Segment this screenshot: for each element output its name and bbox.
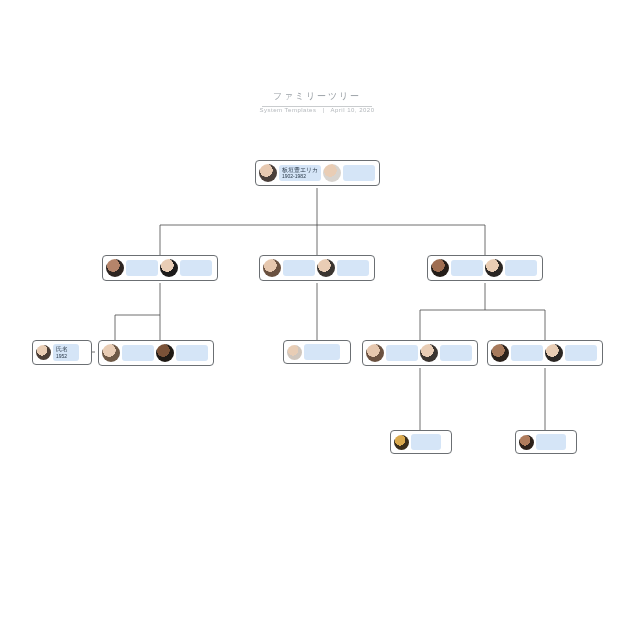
avatar bbox=[287, 345, 302, 360]
avatar bbox=[491, 344, 509, 362]
header: ファミリーツリー System Templates | April 10, 20… bbox=[0, 90, 634, 113]
person-label bbox=[411, 434, 441, 450]
person-label bbox=[176, 345, 208, 361]
person-label bbox=[511, 345, 543, 361]
node-gen3-a-child[interactable] bbox=[98, 340, 214, 366]
node-gen1[interactable]: 板垣豊エリカ 1902-1982 bbox=[255, 160, 380, 186]
person-label bbox=[451, 260, 483, 276]
subtitle-right: April 10, 2020 bbox=[330, 107, 374, 113]
person bbox=[420, 344, 472, 362]
person-label bbox=[565, 345, 597, 361]
person: 板垣豊エリカ 1902-1982 bbox=[259, 164, 321, 182]
avatar bbox=[263, 259, 281, 277]
person-label bbox=[440, 345, 472, 361]
node-gen3-c-child2[interactable] bbox=[487, 340, 603, 366]
person-years: 1902-1982 bbox=[282, 173, 318, 179]
person bbox=[519, 434, 566, 450]
person bbox=[102, 344, 154, 362]
person-label bbox=[283, 260, 315, 276]
avatar bbox=[102, 344, 120, 362]
node-gen3-a-spouse[interactable]: 氏名 1952 bbox=[32, 340, 92, 365]
person-label bbox=[337, 260, 369, 276]
node-gen2-b[interactable] bbox=[259, 255, 375, 281]
avatar bbox=[545, 344, 563, 362]
person-label bbox=[536, 434, 566, 450]
node-gen3-b-child[interactable] bbox=[283, 340, 351, 364]
node-gen2-c[interactable] bbox=[427, 255, 543, 281]
avatar bbox=[519, 435, 534, 450]
person bbox=[156, 344, 208, 362]
avatar bbox=[366, 344, 384, 362]
person-label bbox=[126, 260, 158, 276]
node-gen2-a[interactable] bbox=[102, 255, 218, 281]
avatar bbox=[431, 259, 449, 277]
person bbox=[545, 344, 597, 362]
person bbox=[317, 259, 369, 277]
avatar bbox=[420, 344, 438, 362]
avatar bbox=[394, 435, 409, 450]
person-name: 板垣豊エリカ bbox=[282, 167, 318, 174]
person bbox=[263, 259, 315, 277]
node-gen4-c1[interactable] bbox=[390, 430, 452, 454]
subtitle-left: System Templates bbox=[259, 107, 316, 113]
person bbox=[366, 344, 418, 362]
avatar bbox=[259, 164, 277, 182]
person-label bbox=[505, 260, 537, 276]
person-label: 板垣豊エリカ 1902-1982 bbox=[279, 165, 321, 182]
person-label bbox=[122, 345, 154, 361]
avatar bbox=[106, 259, 124, 277]
person-label bbox=[386, 345, 418, 361]
person-name: 氏名 bbox=[56, 346, 76, 353]
person bbox=[394, 434, 441, 450]
person: 氏名 1952 bbox=[36, 344, 79, 361]
person-years: 1952 bbox=[56, 353, 76, 359]
person bbox=[485, 259, 537, 277]
avatar bbox=[156, 344, 174, 362]
node-gen3-c-child1[interactable] bbox=[362, 340, 478, 366]
person bbox=[160, 259, 212, 277]
node-gen4-c2[interactable] bbox=[515, 430, 577, 454]
person-label bbox=[343, 165, 375, 181]
page-title: ファミリーツリー bbox=[0, 90, 634, 103]
person-label bbox=[180, 260, 212, 276]
avatar bbox=[36, 345, 51, 360]
person bbox=[491, 344, 543, 362]
person-label: 氏名 1952 bbox=[53, 344, 79, 361]
person bbox=[431, 259, 483, 277]
page-subtitle: System Templates | April 10, 2020 bbox=[0, 107, 634, 113]
avatar bbox=[160, 259, 178, 277]
avatar bbox=[485, 259, 503, 277]
subtitle-separator: | bbox=[323, 107, 325, 113]
person-label bbox=[304, 344, 340, 360]
person bbox=[106, 259, 158, 277]
person bbox=[323, 164, 375, 182]
avatar bbox=[317, 259, 335, 277]
person bbox=[287, 344, 340, 360]
avatar bbox=[323, 164, 341, 182]
